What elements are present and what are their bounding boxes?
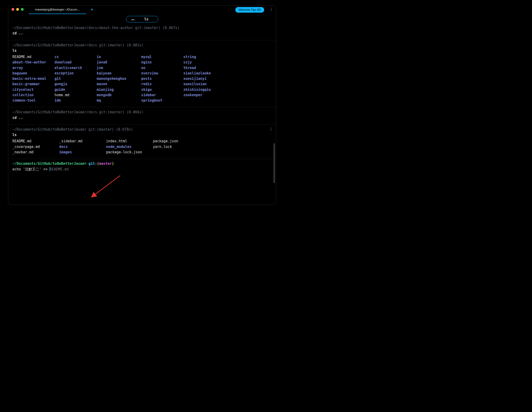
welcome-tips-button[interactable]: Welcome Tips 0/5 <box>235 7 264 13</box>
directory-entry: string <box>183 54 226 60</box>
directory-entry: docs <box>59 144 106 150</box>
directory-entry: xuexiluxian <box>183 82 226 87</box>
file-entry: README.md <box>12 54 55 60</box>
command-text: cd .. <box>12 115 272 121</box>
directory-entry: elasticsearch <box>55 65 97 71</box>
directory-entry: redis <box>141 82 183 87</box>
directory-entry: mianjing <box>97 87 141 93</box>
directory-entry: node_modules <box>106 144 153 150</box>
directory-entry: manongshenghuo <box>97 76 141 82</box>
annotation-arrow-icon <box>85 173 123 201</box>
file-entry: index.html <box>106 139 153 144</box>
directory-entry: mysql <box>141 54 183 60</box>
directory-entry: git <box>55 76 97 82</box>
scrollbar-thumb[interactable] <box>274 143 275 183</box>
directory-entry: mq <box>97 98 141 103</box>
directory-entry: download <box>55 60 97 65</box>
prompt-git-label: git: <box>88 161 97 166</box>
prompt-path: ~/Documents/GitHub/toBeBetterJavaer/docs… <box>12 43 272 48</box>
directory-entry: cityselect <box>12 87 55 93</box>
directory-entry: guide <box>55 87 97 93</box>
file-entry: README.md <box>12 139 59 144</box>
directory-entry: array <box>12 65 55 71</box>
directory-entry: xuexijianyi <box>183 76 226 82</box>
directory-entry: collection <box>12 93 55 98</box>
directory-entry: sidebar <box>141 93 183 98</box>
file-entry: package.json <box>153 139 200 144</box>
prompt-path: ~/Documents/GitHub/toBeBetterJavaer/docs… <box>12 25 272 31</box>
block-menu-icon[interactable]: ··· <box>270 127 272 131</box>
ls-output: README.mdabout-the-authorarraybaguwenbas… <box>12 54 272 103</box>
directory-entry: nginx <box>141 60 183 65</box>
directory-entry: java8 <box>97 60 141 65</box>
prompt-path: ~/Documents/GitHub/toBeBetterJavaer git:… <box>12 127 272 132</box>
file-entry: _sidebar.md <box>59 139 106 144</box>
directory-entry: springboot <box>141 98 183 103</box>
input-suggestion: README.md <box>50 167 69 171</box>
new-tab-button[interactable]: + <box>90 7 93 12</box>
directory-entry: shigu <box>141 87 183 93</box>
history-block: ~/Documents/GitHub/toBeBetterJavaer/docs… <box>8 40 276 107</box>
ls-output: README.md_coverpage.md_navbar.md_sidebar… <box>12 139 272 155</box>
prompt-branch: master <box>99 161 112 166</box>
directory-entry: common-tool <box>12 98 55 103</box>
directory-entry: oo <box>141 65 183 71</box>
directory-entry: basic-extra-meal <box>12 76 55 82</box>
history-block: ~/Documents/GitHub/toBeBetterJavaer/docs… <box>8 15 276 40</box>
file-entry: package-lock.json <box>106 150 153 155</box>
prompt-paren: ( <box>97 161 99 166</box>
command-text: ls <box>12 132 272 138</box>
window-controls <box>11 8 24 11</box>
tab-active[interactable]: maweiqing@itwanger:~/Docum… <box>30 6 85 13</box>
prompt-cwd: ~/Documents/GitHub/toBeBetterJavaer <box>12 161 86 166</box>
zoom-icon[interactable] <box>21 8 24 11</box>
minimize-icon[interactable] <box>16 8 19 11</box>
directory-entry: jvm <box>97 65 141 71</box>
directory-entry: overview <box>141 71 183 76</box>
directory-entry: images <box>59 150 106 155</box>
active-prompt-line: ~/Documents/GitHub/toBeBetterJavaer git:… <box>12 161 272 167</box>
directory-entry: maven <box>97 82 141 87</box>
input-typed: echo '沉默王二' >> <box>12 167 50 171</box>
terminal-window: maweiqing@itwanger:~/Docum… + Welcome Ti… <box>8 5 276 205</box>
file-entry: _navbar.md <box>12 150 59 155</box>
directory-entry: about-the-author <box>12 60 55 65</box>
directory-entry: zhishixingqiu <box>183 87 226 93</box>
directory-entry: posts <box>141 76 183 82</box>
svg-line-0 <box>92 176 120 197</box>
prompt-paren: ) <box>112 161 114 166</box>
close-icon[interactable] <box>11 8 14 11</box>
directory-entry: gongju <box>55 82 97 87</box>
active-prompt-block[interactable]: ~/Documents/GitHub/toBeBetterJavaer git:… <box>8 159 276 177</box>
command-text: cd .. <box>12 31 272 36</box>
directory-entry: thread <box>183 65 226 71</box>
directory-entry: ide <box>55 98 97 103</box>
titlebar: maweiqing@itwanger:~/Docum… + Welcome Ti… <box>8 6 276 13</box>
directory-entry: mongodb <box>97 93 141 98</box>
file-entry: yarn.lock <box>153 144 200 150</box>
directory-entry: zookeeper <box>183 93 226 98</box>
history-block: ··· ~/Documents/GitHub/toBeBetterJavaer … <box>8 124 276 159</box>
prompt-path: ~/Documents/GitHub/toBeBetterJavaer/docs… <box>12 110 272 115</box>
overflow-menu-icon[interactable]: ··· <box>270 8 273 11</box>
command-text: ls <box>12 48 272 53</box>
directory-entry: kaiyuan <box>97 71 141 76</box>
file-entry: home.md <box>55 93 97 98</box>
directory-entry: exception <box>55 71 97 76</box>
directory-entry: io <box>97 54 141 60</box>
command-input[interactable]: echo '沉默王二' >> README.md <box>12 167 272 172</box>
directory-entry: baguwen <box>12 71 55 76</box>
directory-entry: cs <box>55 54 97 60</box>
directory-entry: basic-grammar <box>12 82 55 87</box>
file-entry: _coverpage.md <box>12 144 59 150</box>
terminal-body: ︽ ls ~/Documents/GitHub/toBeBetterJavaer… <box>8 15 276 205</box>
history-block: ~/Documents/GitHub/toBeBetterJavaer/docs… <box>8 107 276 124</box>
directory-entry: szjy <box>183 60 226 65</box>
directory-entry: xianliaolaoke <box>183 71 226 76</box>
